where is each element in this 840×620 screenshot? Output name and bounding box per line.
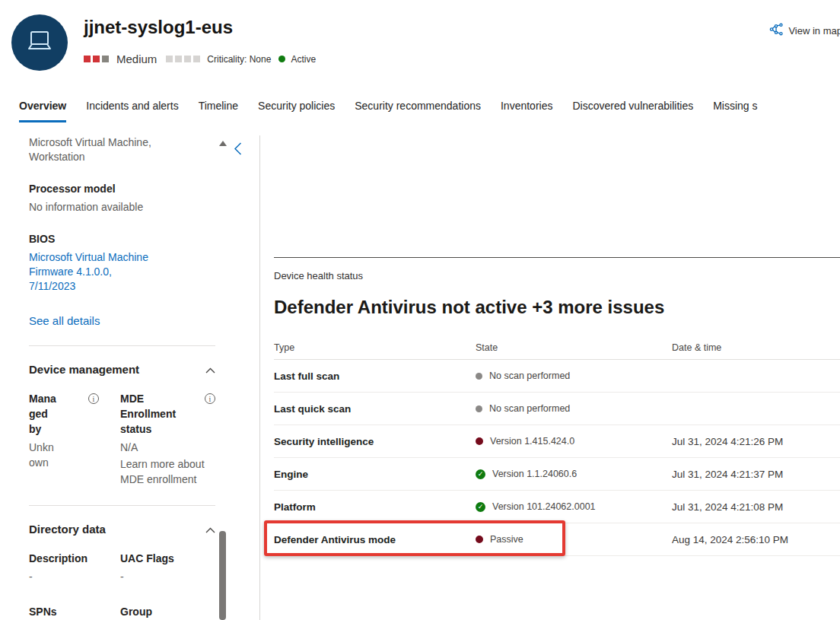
panel-divider — [259, 135, 260, 620]
red-dot-icon — [476, 536, 483, 543]
state-text: Version 1.415.424.0 — [490, 436, 574, 447]
device-meta-row: Medium Criticality: None Active — [84, 52, 316, 65]
bios-label: BIOS — [29, 233, 215, 245]
row-state-cell: No scan performed — [476, 403, 672, 414]
info-icon[interactable] — [88, 393, 99, 404]
mde-enrollment-value: N/A — [120, 440, 215, 455]
row-type-cell: Security intelligence — [274, 436, 476, 447]
bios-link[interactable]: Microsoft Virtual Machine Firmware 4.1.0… — [29, 250, 215, 294]
device-page: jjnet-syslog1-eus Medium Criticality: No… — [0, 0, 840, 620]
directory-data-row-2: SPNs - Group membership - — [29, 604, 215, 620]
criticality-square — [193, 56, 200, 62]
tab-security-recommendations[interactable]: Security recommendations — [355, 100, 481, 122]
red-dot-icon — [476, 437, 483, 445]
severity-square-filled — [93, 56, 100, 62]
gray-dot-icon — [476, 405, 482, 412]
row-state-cell: Version 101.24062.0001 — [476, 501, 672, 512]
row-type-cell: Defender Antivirus mode — [274, 534, 476, 545]
criticality-square — [175, 56, 182, 62]
device-avatar — [11, 14, 68, 71]
chevron-up-icon — [205, 523, 215, 536]
row-type-cell: Platform — [274, 501, 476, 513]
collapse-panel-chevron-left-icon[interactable] — [233, 141, 243, 159]
row-type-cell: Last full scan — [274, 370, 476, 382]
spns-label: SPNs — [29, 604, 120, 619]
health-status-table: Type State Date & time Last full scan No… — [274, 335, 840, 556]
table-row: Engine Version 1.1.24060.6 Jul 31, 2024 … — [274, 458, 840, 491]
uac-flags-label: UAC Flags — [120, 551, 215, 566]
column-header-type: Type — [274, 342, 476, 353]
mde-enrollment-label: MDE Enrollment status — [120, 391, 199, 437]
tab-security-policies[interactable]: Security policies — [258, 100, 335, 122]
sidebar-divider — [29, 505, 215, 506]
managed-by-value: Unkn own — [29, 440, 120, 470]
device-health-status-label: Device health status — [274, 270, 840, 281]
severity-label: Medium — [116, 52, 157, 65]
row-state-cell: Version 1.415.424.0 — [476, 436, 672, 447]
tab-timeline[interactable]: Timeline — [199, 100, 238, 122]
scrollbar-up-arrow[interactable] — [219, 141, 227, 146]
network-map-icon — [769, 23, 784, 38]
gray-dot-icon — [476, 373, 482, 380]
laptop-icon — [25, 30, 54, 56]
tab-incidents-and-alerts[interactable]: Incidents and alerts — [86, 100, 178, 122]
device-management-fields: Mana ged by Unkn own MDE Enrollment stat… — [29, 391, 215, 487]
table-header-row: Type State Date & time — [274, 335, 840, 360]
column-header-date-time: Date & time — [672, 342, 840, 353]
device-health-panel: Device health status Defender Antivirus … — [274, 129, 840, 556]
table-row: Last quick scan No scan performed — [274, 393, 840, 425]
device-management-section-header[interactable]: Device management — [29, 363, 215, 376]
page-title: jjnet-syslog1-eus — [84, 17, 233, 38]
device-management-title: Device management — [29, 363, 139, 376]
tab-missing-s[interactable]: Missing s — [713, 100, 757, 122]
device-details-sidebar: Microsoft Virtual Machine, Workstation P… — [0, 129, 228, 620]
card-top-rule — [274, 257, 840, 258]
state-text: No scan performed — [489, 370, 570, 381]
view-in-map-label: View in map — [788, 25, 840, 37]
see-all-details-link[interactable]: See all details — [29, 314, 215, 327]
scrollbar-thumb[interactable] — [219, 531, 226, 620]
sidebar-divider — [29, 345, 215, 346]
criticality-label: Criticality: None — [207, 54, 271, 65]
chevron-up-icon — [205, 363, 215, 376]
device-health-heading: Defender Antivirus not active +3 more is… — [274, 296, 840, 319]
tab-discovered-vulnerabilities[interactable]: Discovered vulnerabilities — [572, 100, 693, 122]
table-row: Platform Version 101.24062.0001 Jul 31, … — [274, 491, 840, 523]
row-type-cell: Last quick scan — [274, 403, 476, 415]
table-row: Last full scan No scan performed — [274, 360, 840, 393]
row-date-cell: Jul 31, 2024 4:21:37 PM — [672, 469, 840, 480]
description-label: Description — [29, 551, 120, 566]
row-date-cell: Jul 31, 2024 4:21:08 PM — [672, 501, 840, 513]
state-text: Version 1.1.24060.6 — [492, 469, 577, 479]
directory-data-row-1: Description - UAC Flags - — [29, 551, 215, 584]
state-text: Passive — [490, 534, 523, 545]
row-date-cell: Aug 14, 2024 2:56:10 PM — [672, 534, 840, 545]
tab-overview[interactable]: Overview — [19, 100, 66, 122]
state-text: Version 101.24062.0001 — [492, 501, 596, 512]
directory-data-section-header[interactable]: Directory data — [29, 523, 215, 536]
table-body: Last full scan No scan performed Last qu… — [274, 360, 840, 556]
description-value: - — [29, 569, 120, 584]
tab-inventories[interactable]: Inventories — [501, 100, 552, 122]
row-state-cell: Passive — [476, 534, 672, 545]
device-model-text: Microsoft Virtual Machine, Workstation — [29, 135, 215, 164]
severity-square-filled — [84, 56, 91, 62]
tab-bar: OverviewIncidents and alertsTimelineSecu… — [19, 100, 840, 122]
uac-flags-value: - — [120, 569, 215, 584]
status-badge: Active — [291, 54, 316, 65]
table-row: Defender Antivirus mode Passive Aug 14, … — [274, 523, 840, 556]
table-row: Security intelligence Version 1.415.424.… — [274, 425, 840, 458]
status-dot-icon — [278, 56, 285, 62]
view-in-map-button[interactable]: View in map — [769, 23, 840, 38]
severity-square-empty — [102, 56, 109, 62]
directory-data-title: Directory data — [29, 523, 106, 536]
green-check-icon — [476, 502, 485, 512]
info-icon[interactable] — [205, 393, 215, 404]
mde-enrollment-learn-more-link[interactable]: Learn more about MDE enrollment — [120, 456, 215, 487]
processor-model-value: No information available — [29, 200, 215, 215]
state-text: No scan performed — [489, 403, 570, 414]
column-header-state: State — [476, 342, 672, 353]
criticality-square — [166, 56, 173, 62]
criticality-square — [184, 56, 191, 62]
processor-model-label: Processor model — [29, 183, 215, 195]
